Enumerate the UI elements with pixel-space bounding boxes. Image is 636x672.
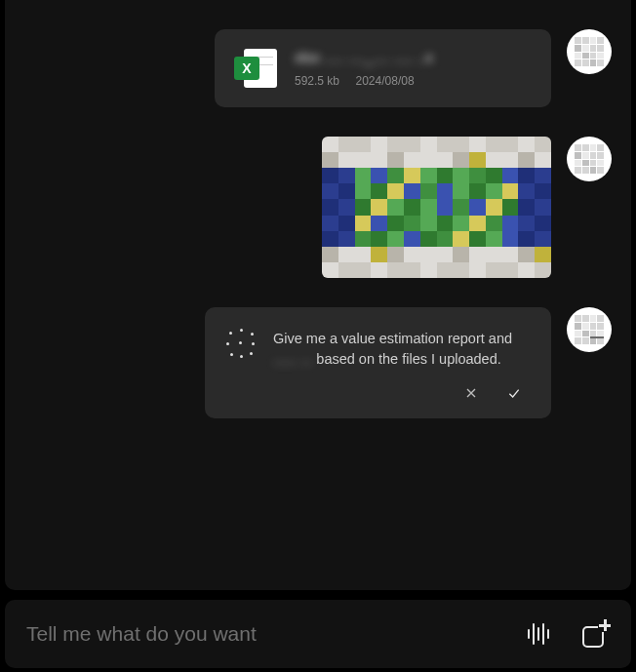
- file-size: 592.5 kb: [295, 74, 339, 88]
- prompt-actions: [226, 383, 530, 403]
- side-indicator: [590, 336, 604, 338]
- app-root: X xlsx ..... ...._.... ..... ..x 592.5 k…: [0, 0, 636, 672]
- avatar: [567, 29, 612, 74]
- file-subline: 592.5 kb 2024/08/08: [295, 71, 433, 89]
- avatar-pixels: [575, 144, 604, 174]
- prompt-line1: Give me a value estimation report and: [273, 331, 512, 346]
- file-meta: xlsx ..... ...._.... ..... ..x 592.5 kb …: [295, 49, 433, 89]
- chat-scroll-area: X xlsx ..... ...._.... ..... ..x 592.5 k…: [5, 0, 631, 590]
- file-attachment-card[interactable]: X xlsx ..... ...._.... ..... ..x 592.5 k…: [215, 29, 551, 107]
- message-row-prompt: Give me a value estimation report and ..…: [24, 307, 612, 418]
- accept-button[interactable]: [504, 383, 524, 403]
- avatar-pixels: [575, 315, 604, 344]
- message-list: X xlsx ..... ...._.... ..... ..x 592.5 k…: [5, 0, 631, 590]
- close-icon: [463, 385, 479, 401]
- composer-input[interactable]: [26, 622, 510, 646]
- excel-icon: X: [234, 47, 277, 90]
- prompt-body: Give me a value estimation report and ..…: [226, 329, 530, 370]
- check-icon: [506, 385, 522, 401]
- file-name: xlsx ..... ...._.... ..... ..x: [295, 49, 433, 65]
- sparkle-icon: [226, 329, 256, 358]
- image-attachment[interactable]: [322, 137, 551, 278]
- reject-button[interactable]: [461, 383, 481, 403]
- excel-badge: X: [234, 57, 259, 80]
- voice-button[interactable]: [528, 621, 549, 647]
- composer-actions: [528, 620, 610, 648]
- prompt-blurred: ...... ...: [273, 351, 312, 367]
- prompt-card: Give me a value estimation report and ..…: [205, 307, 551, 418]
- prompt-line2-tail: based on the files I uploaded.: [312, 351, 500, 367]
- composer-bar: [5, 600, 631, 668]
- avatar: [567, 307, 612, 352]
- message-row-file: X xlsx ..... ...._.... ..... ..x 592.5 k…: [24, 29, 612, 107]
- avatar-pixels: [575, 37, 604, 66]
- avatar: [567, 137, 612, 181]
- prompt-text: Give me a value estimation report and ..…: [273, 329, 530, 370]
- message-row-image: [24, 137, 612, 278]
- new-chat-button[interactable]: [582, 620, 610, 648]
- file-date: 2024/08/08: [356, 74, 415, 88]
- image-pixelated-preview: [322, 137, 551, 278]
